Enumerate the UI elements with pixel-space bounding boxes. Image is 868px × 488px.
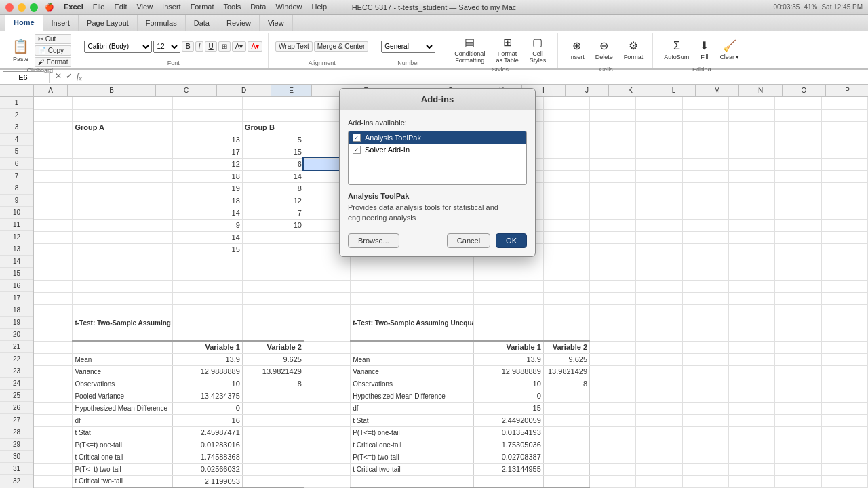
addin-checkbox-2[interactable] (353, 146, 361, 154)
dialog-buttons: Browse... Cancel OK (348, 233, 527, 248)
ok-cancel-group: Cancel OK (447, 233, 527, 248)
addins-available-label: Add-ins available: (348, 119, 527, 127)
addin-desc-text: Provides data analysis tools for statist… (348, 203, 527, 224)
browse-button[interactable]: Browse... (348, 233, 399, 248)
addin-label-2: Solver Add-In (365, 146, 410, 154)
addin-label-1: Analysis ToolPak (365, 134, 421, 142)
dialog-title: Add-ins (340, 89, 535, 110)
addin-item-analysis-toolpak[interactable]: Analysis ToolPak (349, 131, 526, 144)
addin-item-solver[interactable]: Solver Add-In (349, 144, 526, 156)
dialog-body: Add-ins available: Analysis ToolPak Solv… (340, 110, 535, 256)
addin-desc-title: Analysis ToolPak (348, 192, 527, 200)
ok-button[interactable]: OK (496, 233, 527, 248)
addins-dialog: Add-ins Add-ins available: Analysis Tool… (339, 88, 536, 257)
addins-listbox[interactable]: Analysis ToolPak Solver Add-In (348, 131, 527, 185)
cancel-button[interactable]: Cancel (447, 233, 490, 248)
addin-checkbox-1[interactable] (353, 134, 361, 142)
dialog-overlay: Add-ins Add-ins available: Analysis Tool… (0, 0, 868, 488)
